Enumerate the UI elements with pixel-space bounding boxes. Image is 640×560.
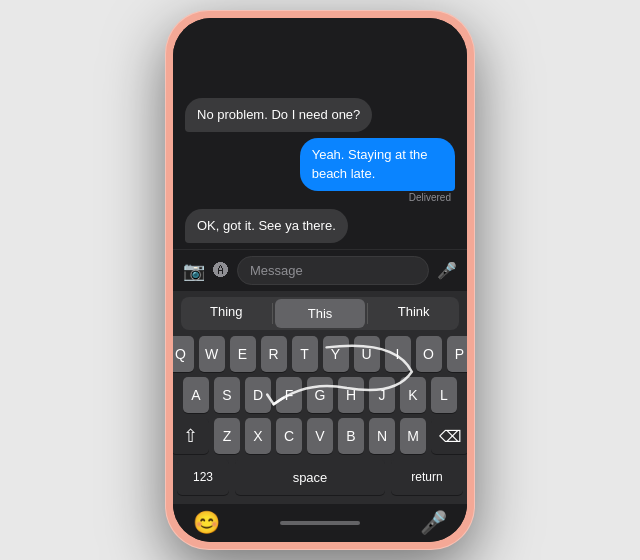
return-key[interactable]: return <box>391 459 463 495</box>
key-v[interactable]: V <box>307 418 333 454</box>
input-bar: 📷 🅐 Message 🎤 <box>173 249 467 291</box>
key-k[interactable]: K <box>400 377 426 413</box>
key-i[interactable]: I <box>385 336 411 372</box>
key-s[interactable]: S <box>214 377 240 413</box>
camera-icon[interactable]: 📷 <box>183 260 205 282</box>
message-bubble-1: No problem. Do I need one? <box>185 98 372 132</box>
delivered-status: Delivered <box>409 192 455 203</box>
message-bubble-2: Yeah. Staying at the beach late. <box>300 138 455 190</box>
suggestion-thing[interactable]: Thing <box>181 297 272 330</box>
suggestion-this[interactable]: This <box>275 299 366 328</box>
key-q[interactable]: Q <box>173 336 194 372</box>
key-row-2: A S D F G H J K L <box>177 377 463 413</box>
keyboard: Thing This Think Q W E R <box>173 291 467 504</box>
suggestion-divider-1 <box>272 303 273 324</box>
key-row-3: ⇧ Z X C V B N M ⌫ <box>177 418 463 454</box>
key-z[interactable]: Z <box>214 418 240 454</box>
numbers-key[interactable]: 123 <box>177 459 229 495</box>
key-row-1: Q W E R T Y U I O P <box>177 336 463 372</box>
key-f[interactable]: F <box>276 377 302 413</box>
delete-key[interactable]: ⌫ <box>431 418 467 454</box>
key-a[interactable]: A <box>183 377 209 413</box>
key-b[interactable]: B <box>338 418 364 454</box>
suggestion-think[interactable]: Think <box>368 297 459 330</box>
key-c[interactable]: C <box>276 418 302 454</box>
keyboard-wrapper: Thing This Think Q W E R <box>173 291 467 504</box>
key-p[interactable]: P <box>447 336 468 372</box>
messages-area: No problem. Do I need one? Yeah. Staying… <box>173 18 467 249</box>
key-x[interactable]: X <box>245 418 271 454</box>
key-j[interactable]: J <box>369 377 395 413</box>
mic-input-icon[interactable]: 🎤 <box>437 261 457 280</box>
key-o[interactable]: O <box>416 336 442 372</box>
key-y[interactable]: Y <box>323 336 349 372</box>
home-indicator <box>280 521 360 525</box>
bottom-icons-bar: 😊 🎤 <box>173 504 467 542</box>
key-h[interactable]: H <box>338 377 364 413</box>
key-r[interactable]: R <box>261 336 287 372</box>
appstore-icon[interactable]: 🅐 <box>213 262 229 280</box>
key-w[interactable]: W <box>199 336 225 372</box>
message-bubble-3: OK, got it. See ya there. <box>185 209 348 243</box>
mic-bottom-icon[interactable]: 🎤 <box>420 510 447 536</box>
key-m[interactable]: M <box>400 418 426 454</box>
key-d[interactable]: D <box>245 377 271 413</box>
phone-screen: No problem. Do I need one? Yeah. Staying… <box>173 18 467 542</box>
key-row-4: 123 space return <box>177 459 463 495</box>
shift-key[interactable]: ⇧ <box>173 418 209 454</box>
suggestions-bar: Thing This Think <box>181 297 459 330</box>
message-input[interactable]: Message <box>237 256 429 285</box>
emoji-icon[interactable]: 😊 <box>193 510 220 536</box>
key-t[interactable]: T <box>292 336 318 372</box>
key-u[interactable]: U <box>354 336 380 372</box>
key-g[interactable]: G <box>307 377 333 413</box>
key-l[interactable]: L <box>431 377 457 413</box>
key-e[interactable]: E <box>230 336 256 372</box>
key-n[interactable]: N <box>369 418 395 454</box>
space-key[interactable]: space <box>235 459 385 495</box>
phone-frame: No problem. Do I need one? Yeah. Staying… <box>165 10 475 550</box>
